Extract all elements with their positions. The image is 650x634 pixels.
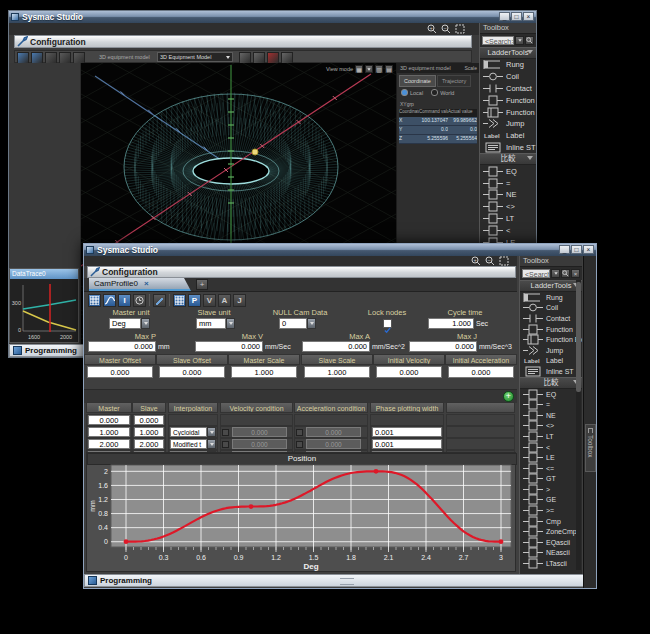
toolbox-item[interactable]: Jump <box>480 118 536 130</box>
restore-button[interactable]: □ <box>511 12 522 21</box>
view-grid-icon[interactable]: ▥ <box>375 65 383 73</box>
toolbox-section-compare[interactable]: 比較 <box>480 153 536 165</box>
back-titlebar[interactable]: Sysmac Studio _□× <box>9 11 536 23</box>
toolbox-item[interactable]: Cmp <box>520 516 582 527</box>
master-unit-select[interactable]: Deg <box>109 318 141 329</box>
toolbox-item[interactable]: LabelLabel <box>520 356 582 367</box>
max-input[interactable]: 0.000 <box>88 341 156 352</box>
interpolation-select[interactable]: Cycloidal <box>170 427 207 437</box>
toolbox-item[interactable]: <> <box>480 201 536 213</box>
toolbox-item[interactable]: ZoneCmp <box>520 526 582 537</box>
interpolation-dropdown-button[interactable] <box>207 439 216 449</box>
toolbox-item[interactable]: Inline ST <box>480 142 536 154</box>
toolbox-item[interactable]: LT <box>520 431 582 442</box>
toolbox-vertical-tab[interactable]: Toolbox <box>585 424 596 472</box>
add-tab-button[interactable]: + <box>196 279 208 290</box>
grid-icon[interactable] <box>88 294 101 307</box>
toolbox-item[interactable]: LTascii <box>520 558 582 569</box>
toolbox-item[interactable]: NEascii <box>520 548 582 559</box>
null-cam-dropdown-button[interactable] <box>307 318 316 329</box>
phase-width-input[interactable]: 0.001 <box>372 439 442 449</box>
view-cam-icon[interactable]: ▤ <box>385 65 393 73</box>
master-input[interactable]: 0.000 <box>88 415 130 425</box>
toolbox-section-laddertools[interactable]: LadderTools <box>520 280 582 292</box>
toolbox-section-laddertools[interactable]: LadderTools <box>480 47 536 59</box>
toolbox-item[interactable]: = <box>520 399 582 410</box>
toolbox-item[interactable]: Inline ST <box>520 366 582 377</box>
curve-node[interactable] <box>249 504 254 509</box>
curve-icon[interactable] <box>103 294 116 307</box>
zoom-out-icon[interactable]: − <box>441 24 451 34</box>
toolbox-item[interactable]: LE <box>520 452 582 463</box>
zoom-out-icon[interactable]: − <box>485 256 495 266</box>
toolbox-scrollbar[interactable] <box>576 280 581 570</box>
coord-row[interactable]: Y0.00.0 <box>399 126 477 135</box>
curve-node[interactable] <box>499 539 504 544</box>
toolbox-item[interactable]: < <box>520 442 582 453</box>
offset-input[interactable]: 1.000 <box>231 366 297 378</box>
close-button[interactable]: × <box>523 12 534 21</box>
tab-camprofile0[interactable]: CamProfile0 × <box>89 278 191 291</box>
a-icon[interactable]: A <box>218 294 231 307</box>
toolbox-item[interactable]: Function Blo <box>480 106 536 118</box>
phase-width-input[interactable]: 0.001 <box>372 427 442 437</box>
zoom-fit-icon[interactable] <box>499 256 509 266</box>
toolbox-item[interactable]: >= <box>520 505 582 516</box>
toolbox-item[interactable]: EQ <box>480 165 536 177</box>
statusbar-grip[interactable] <box>340 578 354 585</box>
toolbox-item[interactable]: <= <box>520 463 582 474</box>
toolbox-item[interactable]: > <box>520 484 582 495</box>
offset-input[interactable]: 0.000 <box>159 366 225 378</box>
curve-node[interactable] <box>374 469 379 474</box>
view-mode-icon[interactable]: ▦ <box>355 65 363 73</box>
toolbox-item[interactable]: Jump <box>520 345 582 356</box>
front-titlebar[interactable]: Sysmac Studio _□× <box>84 244 596 256</box>
velocity-condition-checkbox[interactable] <box>222 441 229 448</box>
toolbox-item[interactable]: Rung <box>480 59 536 71</box>
toolbox-item[interactable]: NE <box>520 410 582 421</box>
zoom-in-icon[interactable]: + <box>427 24 437 34</box>
p-icon[interactable]: P <box>188 294 201 307</box>
cycle-time-input[interactable]: 1.000 <box>428 318 474 329</box>
interpolation-select[interactable]: Modified t <box>170 439 207 449</box>
toolbox-item[interactable]: Function <box>520 324 582 335</box>
zoom-in-icon[interactable]: + <box>471 256 481 266</box>
radio-world[interactable]: World <box>431 89 454 96</box>
pen-icon[interactable] <box>153 294 166 307</box>
offset-input[interactable]: 0.000 <box>87 366 153 378</box>
max-input[interactable]: 0.000 <box>195 341 263 352</box>
master-input[interactable]: 2.000 <box>88 439 130 449</box>
zoom-fit-icon[interactable] <box>455 24 465 34</box>
toolbox-item[interactable]: Function Blo <box>520 334 582 345</box>
toolbox-item[interactable]: EQascii <box>520 537 582 548</box>
table-icon[interactable] <box>173 294 186 307</box>
chevron-down-icon[interactable] <box>551 269 560 278</box>
toolbox-item[interactable]: Coil <box>480 71 536 83</box>
clock-icon[interactable] <box>133 294 146 307</box>
table-row[interactable]: 2.0002.000Modified t0.0000.0000.001 <box>84 438 517 450</box>
toolbox-section-compare[interactable]: 比較 <box>520 377 582 389</box>
i-icon[interactable]: I <box>118 294 131 307</box>
view-mode-dropdown-icon[interactable] <box>365 65 373 73</box>
coord-tab-trajectory[interactable]: Trajectory <box>437 75 471 87</box>
toolbox-item[interactable]: NE <box>480 189 536 201</box>
slave-unit-select[interactable]: mm <box>196 318 226 329</box>
table-row[interactable]: 0.0000.000 <box>84 414 517 426</box>
toolbox-search-input[interactable]: <Search> <box>482 36 514 45</box>
toolbox-item[interactable]: LabelLabel <box>480 130 536 142</box>
max-input[interactable]: 0.000 <box>302 341 370 352</box>
j-icon[interactable]: J <box>233 294 246 307</box>
toolbox-item[interactable]: = <box>480 177 536 189</box>
toolbox-item[interactable]: Coil <box>520 303 582 314</box>
slave-input[interactable]: 2.000 <box>134 439 164 449</box>
interpolation-dropdown-button[interactable] <box>207 427 216 437</box>
toolbox-item[interactable]: Function <box>480 94 536 106</box>
master-input[interactable]: 1.000 <box>88 427 130 437</box>
coord-row[interactable]: Z5.2555965.255564 <box>399 135 477 144</box>
close-icon[interactable]: × <box>571 269 580 278</box>
toolbox-item[interactable]: <> <box>520 421 582 432</box>
slave-input[interactable]: 1.000 <box>134 427 164 437</box>
v-icon[interactable]: V <box>203 294 216 307</box>
table-row[interactable]: 1.0001.000Cycloidal0.0000.0000.001 <box>84 426 517 438</box>
toolbox-search-input[interactable]: <Search> <box>522 269 550 278</box>
